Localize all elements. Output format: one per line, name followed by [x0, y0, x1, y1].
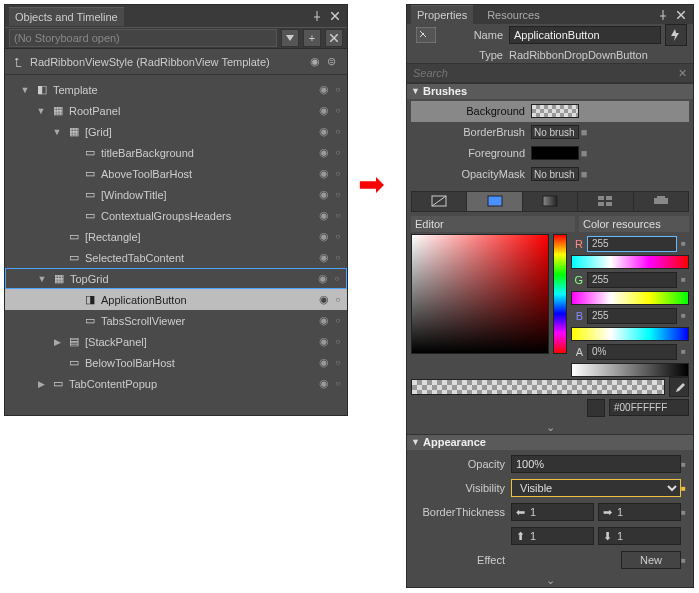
hex-input[interactable]: #00FFFFFF	[609, 399, 689, 416]
lock-toggle-icon[interactable]: ○	[333, 379, 343, 388]
lock-toggle-icon[interactable]: ○	[333, 295, 343, 304]
r-gradient[interactable]	[571, 255, 689, 269]
lock-header-icon[interactable]: ⊜	[323, 55, 339, 68]
thickness-left-input[interactable]: ⬅1	[511, 503, 594, 521]
lock-toggle-icon[interactable]: ○	[333, 190, 343, 199]
visibility-header-icon[interactable]: ◉	[307, 55, 323, 68]
tree-item-applicationbutton[interactable]: ◨ApplicationButton◉○	[5, 289, 347, 310]
eyedropper-button[interactable]	[669, 377, 689, 397]
section-appearance[interactable]: ▼ Appearance	[407, 434, 693, 450]
visibility-toggle-icon[interactable]: ◉	[315, 377, 333, 390]
name-input[interactable]	[509, 26, 661, 44]
expand-icon[interactable]: ▼	[35, 106, 47, 116]
tab-resources[interactable]: Resources	[481, 6, 546, 24]
visibility-toggle-icon[interactable]: ◉	[314, 272, 332, 285]
pin-icon[interactable]	[309, 8, 325, 24]
lock-toggle-icon[interactable]: ○	[333, 85, 343, 94]
expand-icon[interactable]: ▼	[51, 127, 63, 137]
a-input[interactable]: 0%	[587, 344, 677, 360]
brush-background[interactable]: Background■	[411, 101, 689, 122]
g-gradient[interactable]	[571, 291, 689, 305]
visibility-toggle-icon[interactable]: ◉	[315, 314, 333, 327]
visibility-toggle-icon[interactable]: ◉	[315, 335, 333, 348]
thickness-bottom-input[interactable]: ⬇1	[598, 527, 681, 545]
clear-search-icon[interactable]: ✕	[678, 67, 687, 80]
tile-brush-tab[interactable]	[578, 192, 633, 211]
visibility-toggle-icon[interactable]: ◉	[315, 83, 333, 96]
tree-item-windowtitle[interactable]: ▭[WindowTitle]◉○	[5, 184, 347, 205]
events-toggle-button[interactable]	[665, 24, 687, 46]
lock-toggle-icon[interactable]: ○	[332, 274, 342, 283]
tab-properties[interactable]: Properties	[411, 5, 473, 24]
visibility-toggle-icon[interactable]: ◉	[315, 104, 333, 117]
tree-item-rectangle[interactable]: ▭[Rectangle]◉○	[5, 226, 347, 247]
search-input[interactable]	[413, 67, 678, 79]
tree-item-abovetoolbarhost[interactable]: ▭AboveToolBarHost◉○	[5, 163, 347, 184]
tree-item-topgrid[interactable]: ▼▦TopGrid◉○	[5, 268, 347, 289]
hue-slider[interactable]	[553, 234, 567, 354]
lock-toggle-icon[interactable]: ○	[333, 232, 343, 241]
tree-item-titlebarbackground[interactable]: ▭titleBarBackground◉○	[5, 142, 347, 163]
visibility-toggle-icon[interactable]: ◉	[315, 188, 333, 201]
visibility-toggle-icon[interactable]: ◉	[315, 167, 333, 180]
expand-icon[interactable]: ▶	[35, 379, 47, 389]
visibility-toggle-icon[interactable]: ◉	[315, 125, 333, 138]
lock-toggle-icon[interactable]: ○	[333, 148, 343, 157]
tree-item-tabcontentpopup[interactable]: ▶▭TabContentPopup◉○	[5, 373, 347, 394]
a-gradient[interactable]	[571, 363, 689, 377]
no-brush-tab[interactable]	[412, 192, 467, 211]
storyboard-dropdown-icon[interactable]	[281, 29, 299, 47]
lock-toggle-icon[interactable]: ○	[333, 358, 343, 367]
tree-item-tabsscrollviewer[interactable]: ▭TabsScrollViewer◉○	[5, 310, 347, 331]
lock-toggle-icon[interactable]: ○	[333, 337, 343, 346]
visibility-toggle-icon[interactable]: ◉	[315, 293, 333, 306]
color-resources-label[interactable]: Color resources	[579, 216, 689, 232]
visibility-select[interactable]: Visible	[511, 479, 681, 497]
scope-up-icon[interactable]: ⮤	[13, 56, 24, 68]
tree-item-belowtoolbarhost[interactable]: ▭BelowToolBarHost◉○	[5, 352, 347, 373]
storyboard-add-button[interactable]: +	[303, 29, 321, 47]
prev-color-swatch[interactable]	[587, 399, 605, 417]
lock-toggle-icon[interactable]: ○	[333, 316, 343, 325]
solid-brush-tab[interactable]	[467, 192, 522, 211]
lock-toggle-icon[interactable]: ○	[333, 106, 343, 115]
visibility-toggle-icon[interactable]: ◉	[315, 251, 333, 264]
thickness-right-input[interactable]: ➡1	[598, 503, 681, 521]
pin-icon[interactable]	[655, 7, 671, 23]
expand-icon[interactable]: ▼	[36, 274, 48, 284]
lock-toggle-icon[interactable]: ○	[333, 127, 343, 136]
lock-toggle-icon[interactable]: ○	[333, 211, 343, 220]
brush-borderbrush[interactable]: BorderBrushNo brush■	[411, 122, 689, 143]
brush-opacitymask[interactable]: OpacityMaskNo brush■	[411, 164, 689, 185]
expand-more-icon[interactable]: ⌄	[407, 421, 693, 434]
visibility-toggle-icon[interactable]: ◉	[315, 230, 333, 243]
tree-item-template[interactable]: ▼◧Template◉○	[5, 79, 347, 100]
tree-item-contextualgroupsheaders[interactable]: ▭ContextualGroupsHeaders◉○	[5, 205, 347, 226]
close-icon[interactable]	[327, 8, 343, 24]
expand-icon[interactable]: ▶	[51, 337, 63, 347]
new-effect-button[interactable]: New	[621, 551, 681, 569]
tree-item-stackpanel[interactable]: ▶▤[StackPanel]◉○	[5, 331, 347, 352]
lock-toggle-icon[interactable]: ○	[333, 169, 343, 178]
visibility-toggle-icon[interactable]: ◉	[315, 356, 333, 369]
expand-icon[interactable]: ▼	[19, 85, 31, 95]
lock-toggle-icon[interactable]: ○	[333, 253, 343, 262]
expand-more-icon[interactable]: ⌄	[407, 574, 693, 587]
brush-foreground[interactable]: Foreground■	[411, 143, 689, 164]
tree-item-grid[interactable]: ▼▦[Grid]◉○	[5, 121, 347, 142]
panel-tab[interactable]: Objects and Timeline	[9, 7, 124, 26]
thickness-top-input[interactable]: ⬆1	[511, 527, 594, 545]
b-input[interactable]: 255	[587, 308, 677, 324]
r-input[interactable]: 255	[587, 236, 677, 252]
b-gradient[interactable]	[571, 327, 689, 341]
visibility-toggle-icon[interactable]: ◉	[315, 146, 333, 159]
tree-item-rootpanel[interactable]: ▼▦RootPanel◉○	[5, 100, 347, 121]
g-input[interactable]: 255	[587, 272, 677, 288]
visibility-toggle-icon[interactable]: ◉	[315, 209, 333, 222]
color-sv-picker[interactable]	[411, 234, 549, 354]
tree-item-selectedtabcontent[interactable]: ▭SelectedTabContent◉○	[5, 247, 347, 268]
close-icon[interactable]	[673, 7, 689, 23]
storyboard-close-button[interactable]	[325, 29, 343, 47]
gradient-brush-tab[interactable]	[523, 192, 578, 211]
opacity-input[interactable]	[511, 455, 681, 473]
